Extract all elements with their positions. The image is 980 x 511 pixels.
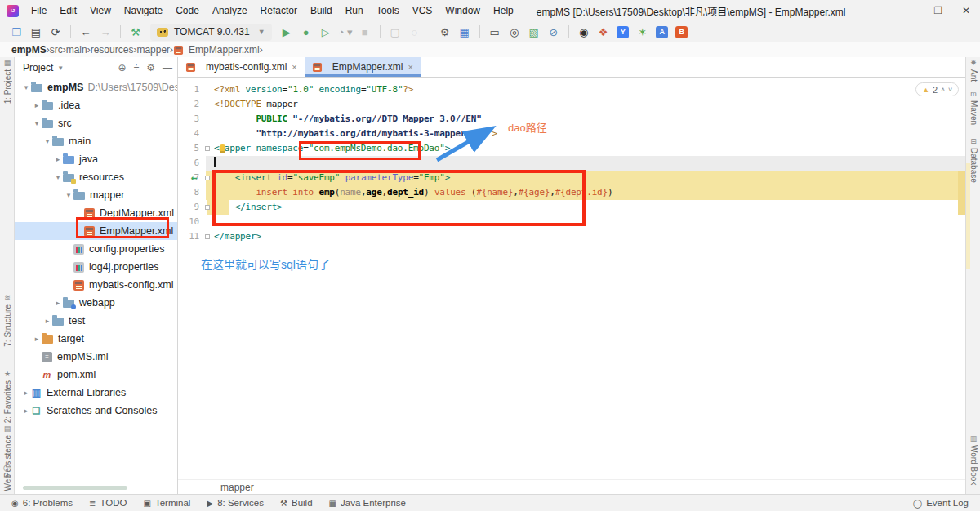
hammer-button[interactable]: ⚒ [127,23,145,41]
breadcrumb-tag[interactable]: mapper [220,482,254,493]
tool-button-7-structure[interactable]: ≋7: Structure [0,294,15,347]
fold-marker-icon[interactable] [205,146,210,151]
tree-item-java[interactable]: ▸java [15,150,177,168]
fold-marker-icon[interactable] [205,234,210,239]
code-line-5[interactable]: 5<mapper namespace="com.empMsDemo.dao.Em… [178,141,965,156]
translate-google-button[interactable]: A [653,23,671,41]
chevron-down-icon[interactable]: ▾ [21,83,31,91]
breadcrumb-item-main[interactable]: main [66,44,87,56]
code-line-8[interactable]: 8 insert into emp(name,age,dept_id) valu… [178,185,965,200]
tool-button-ant[interactable]: ✸Ant [966,59,980,82]
code-line-6[interactable]: 6 [178,156,965,171]
menu-file[interactable]: File [24,0,53,21]
tool-button-web[interactable]: ◯Web [0,464,15,491]
editor[interactable]: 1<?xml version="1.0" encoding="UTF-8"?>2… [178,78,965,479]
code-line-2[interactable]: 2<!DOCTYPE mapper [178,97,965,112]
breadcrumb-item-empms[interactable]: empMS [11,44,47,56]
chevron-right-icon[interactable]: ▸ [21,389,31,397]
next-warning-icon[interactable]: ˅ [948,86,952,94]
project-structure-button[interactable]: ▦ [456,23,474,41]
run-button[interactable]: ▶ [278,23,296,41]
attach-frame-button[interactable]: ▢ [386,23,404,41]
menu-build[interactable]: Build [304,0,339,21]
menu-navigate[interactable]: Navigate [118,0,169,21]
statusbar-terminal[interactable]: ▣Terminal [144,498,191,508]
menu-run[interactable]: Run [339,0,370,21]
wrench-button[interactable]: ⚙ [436,23,454,41]
stop-button[interactable]: ■ [356,23,374,41]
menu-analyze[interactable]: Analyze [206,0,254,21]
tool-button-2-favorites[interactable]: ★2: Favorites [0,370,15,423]
code-line-9[interactable]: 9 </insert> [178,200,965,215]
statusbar-java-enterprise[interactable]: ▦Java Enterprise [329,498,406,508]
sync-button[interactable]: ⟳ [47,23,65,41]
close-tab-icon[interactable]: × [408,62,413,72]
open-button[interactable]: ❒ [7,23,25,41]
tree-item-webapp[interactable]: ▸webapp [15,294,177,312]
chevron-right-icon[interactable]: ▸ [42,317,52,325]
tree-item-test[interactable]: ▸test [15,312,177,330]
menu-tools[interactable]: Tools [370,0,406,21]
tool-button-word-book[interactable]: ▥Word Book [966,434,980,485]
close-tab-icon[interactable]: × [292,62,296,72]
chevron-right-icon[interactable]: ▸ [53,299,63,307]
statusbar-build[interactable]: ⚒Build [280,498,313,508]
chevron-right-icon[interactable]: ▸ [32,101,42,109]
tree-item-mapper[interactable]: ▾mapper [15,186,177,204]
chevron-down-icon[interactable]: ▾ [32,119,42,127]
coverage-report-button[interactable]: ▧ [525,23,543,41]
fold-marker-icon[interactable] [205,205,210,210]
translate-baidu-button[interactable]: B [673,23,691,41]
code-line-10[interactable]: 10 [178,215,965,229]
menu-window[interactable]: Window [439,0,487,21]
no-entry-button[interactable]: ⊘ [545,23,563,41]
locate-icon[interactable]: ⊕ [118,62,127,73]
menu-vcs[interactable]: VCS [406,0,439,21]
tree-item-deptmapper-xml[interactable]: DeptMapper.xml [15,204,177,222]
plugin-star-button[interactable]: ✶ [634,23,652,41]
chevron-right-icon[interactable]: ▸ [32,335,42,343]
chevron-right-icon[interactable]: ▸ [21,407,31,415]
tree-item-resources[interactable]: ▾resources [15,168,177,186]
debug-button[interactable]: ● [297,23,315,41]
statusbar-todo[interactable]: ≣TODO [89,498,127,508]
inspection-widget[interactable]: ▲ 2 ˄ ˅ [915,82,959,96]
tree-item--idea[interactable]: ▸.idea [15,96,177,114]
tool-button-maven[interactable]: mMaven [966,90,980,125]
attach-debugger-button[interactable]: ◌ [406,23,424,41]
code-line-1[interactable]: 1<?xml version="1.0" encoding="UTF-8"?> [178,82,965,97]
prev-warning-icon[interactable]: ˄ [941,86,945,94]
menu-view[interactable]: View [83,0,118,21]
tree-item-empms[interactable]: ▾empMS D:\Users\17509\Desktop [15,78,177,96]
code-line-4[interactable]: 4 "http://mybatis.org/dtd/mybatis-3-mapp… [178,127,965,141]
tree-item-target[interactable]: ▸target [15,330,177,348]
tree-item-src[interactable]: ▾src [15,114,177,132]
chevron-down-icon[interactable]: ▾ [42,137,52,145]
tree-item-external-libraries[interactable]: ▸▥External Libraries [15,384,177,402]
project-panel-title[interactable]: Project [23,62,53,73]
hide-icon[interactable]: — [163,62,172,73]
menu-code[interactable]: Code [169,0,206,21]
breadcrumb-item-resources[interactable]: resources [91,44,134,56]
forward-button[interactable]: → [96,23,114,41]
tab-empmapper-xml[interactable]: EmpMapper.xml× [305,57,421,77]
chevron-right-icon[interactable]: ▸ [53,155,63,163]
code-line-11[interactable]: 11</mapper> [178,229,965,244]
settings-icon[interactable]: ⚙ [146,62,155,73]
breadcrumb-item-empmapper.xml[interactable]: EmpMapper.xml [173,44,260,56]
menu-refactor[interactable]: Refactor [254,0,304,21]
p3c-button[interactable]: ◉ [575,23,593,41]
chevron-down-icon[interactable]: ▾ [53,173,63,181]
fold-marker-icon[interactable] [205,176,210,180]
menu-help[interactable]: Help [487,0,520,21]
run-coverage-button[interactable]: ▷ [317,23,335,41]
profiler-button[interactable]: ◔ ▾ [336,23,354,41]
statusbar-8-services[interactable]: ▶8: Services [207,498,264,508]
breadcrumb-item-src[interactable]: src [50,44,63,56]
code-line-3[interactable]: 3 PUBLIC "-//mybatis.org//DTD Mapper 3.0… [178,112,965,127]
tree-item-pom-xml[interactable]: mpom.xml [15,366,177,384]
error-stripe-marker[interactable] [958,171,965,215]
statusbar-event-log[interactable]: ◯Event Log [913,498,969,508]
maximize-button[interactable]: ❐ [924,0,952,21]
tree-item-empmapper-xml[interactable]: EmpMapper.xml [15,222,177,240]
